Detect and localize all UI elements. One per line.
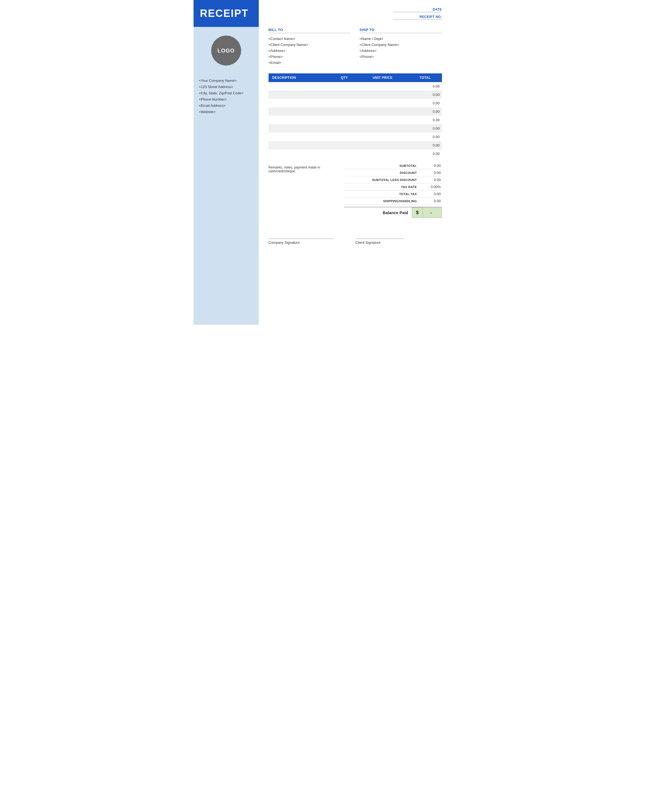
balance-value: - [423,208,442,218]
logo-text: LOGO [217,47,235,54]
total-tax-row: TOTAL TAX 0.00 [344,191,442,198]
company-street: <123 Street Address> [199,85,253,89]
totals-remarks-section: Remarks, notes, payment made in cash/car… [269,162,442,218]
row-total: 0.00 [408,150,442,158]
row-unit-price [357,107,408,116]
shipping-label: SHIPPING/HANDLING [366,200,420,203]
bill-to-address: <Address> [269,48,351,54]
row-qty [332,150,357,158]
bill-to-email: <Email> [269,60,351,66]
logo-area: LOGO [194,27,259,72]
balance-row: Balance Paid $ - [344,207,442,218]
row-description [269,141,332,150]
signature-section: Company Signature Client Signature [269,234,442,244]
balance-currency: $ [412,208,423,218]
row-total: 0.00 [408,124,442,133]
subtotal-value: 0.00 [420,163,442,168]
subtotal-less-row: SUBTOTAL LESS DISCOUNT 0.00 [344,176,442,183]
row-description [269,90,332,99]
row-qty [332,124,357,133]
receipt-no-underline [393,19,442,20]
row-total: 0.00 [408,99,442,107]
row-description [269,107,332,116]
row-unit-price [357,133,408,141]
address-section: BILL TO <Contact Name> <Client Company N… [269,28,442,66]
ship-to-block: SHIP TO <Name / Dept> <Client Company Na… [359,28,442,66]
subtotal-label: SUBTOTAL [366,164,420,167]
logo-circle: LOGO [211,36,241,66]
receipt-title: RECEIPT [200,8,252,19]
date-field: DATE [388,8,442,12]
tax-rate-value: 0.00% [420,185,442,189]
sidebar: RECEIPT LOGO <Your Company Name> <123 St… [194,0,259,325]
receipt-no-label: RECEIPT NO. [419,15,442,19]
row-qty [332,90,357,99]
row-unit-price [357,99,408,107]
row-total: 0.00 [408,116,442,124]
bill-to-block: BILL TO <Contact Name> <Client Company N… [269,28,351,66]
row-description [269,82,332,90]
ship-to-title: SHIP TO [359,28,442,33]
row-qty [332,116,357,124]
totals-block: SUBTOTAL 0.00 DISCOUNT 0.00 SUBTOTAL LES… [344,162,442,218]
bill-to-title: BILL TO [269,28,351,33]
row-description [269,133,332,141]
total-tax-value: 0.00 [420,192,442,196]
subtotal-less-label: SUBTOTAL LESS DISCOUNT [366,178,420,182]
row-qty [332,133,357,141]
discount-row: DISCOUNT 0.00 [344,169,442,176]
table-row: 0.00 [269,141,442,150]
bill-to-company: <Client Company Name> [269,42,351,48]
discount-label: DISCOUNT [366,171,420,174]
sidebar-header: RECEIPT [194,0,259,27]
bill-to-phone: <Phone> [269,54,351,60]
table-header-row: DESCRIPTION QTY UNIT PRICE TOTAL [269,73,442,82]
table-row: 0.00 [269,90,442,99]
row-description [269,116,332,124]
table-row: 0.00 [269,107,442,116]
subtotal-row: SUBTOTAL 0.00 [344,162,442,169]
ship-to-name: <Name / Dept> [359,36,442,42]
shipping-row: SHIPPING/HANDLING 0.00 [344,198,442,205]
ship-to-company: <Client Company Name> [359,42,442,48]
shipping-value: 0.00 [420,199,442,203]
table-row: 0.00 [269,82,442,90]
company-signature-label: Company Signature [269,241,334,244]
discount-value: 0.00 [420,171,442,175]
table-row: 0.00 [269,124,442,133]
row-qty [332,82,357,90]
col-description: DESCRIPTION [269,73,332,82]
client-signature-block: Client Signature [356,239,415,244]
company-website: <Website> [199,110,253,114]
row-description [269,150,332,158]
row-total: 0.00 [408,133,442,141]
table-row: 0.00 [269,150,442,158]
company-phone: <Phone Number> [199,97,253,101]
table-row: 0.00 [269,99,442,107]
row-qty [332,107,357,116]
subtotal-less-value: 0.00 [420,178,442,182]
company-city: <City, State, Zip/Post Code> [199,91,253,95]
row-total: 0.00 [408,82,442,90]
row-qty [332,99,357,107]
row-unit-price [357,116,408,124]
row-unit-price [357,124,408,133]
table-row: 0.00 [269,133,442,141]
tax-rate-label: TAX RATE [366,185,420,189]
row-unit-price [357,90,408,99]
company-info: <Your Company Name> <123 Street Address>… [194,72,259,114]
col-qty: QTY [332,73,357,82]
date-label: DATE [433,8,442,11]
main-content: DATE RECEIPT NO. BILL TO <Contact Name> … [259,0,452,325]
ship-to-phone: <Phone> [359,54,442,60]
balance-label: Balance Paid [383,210,412,215]
col-unit-price: UNIT PRICE [357,73,408,82]
client-signature-label: Client Signature [356,241,415,244]
company-email: <Email Address> [199,104,253,108]
bill-to-contact: <Contact Name> [269,36,351,42]
row-description [269,124,332,133]
receipt-page: RECEIPT LOGO <Your Company Name> <123 St… [194,0,452,325]
row-total: 0.00 [408,141,442,150]
company-signature-block: Company Signature [269,239,334,244]
row-unit-price [357,82,408,90]
